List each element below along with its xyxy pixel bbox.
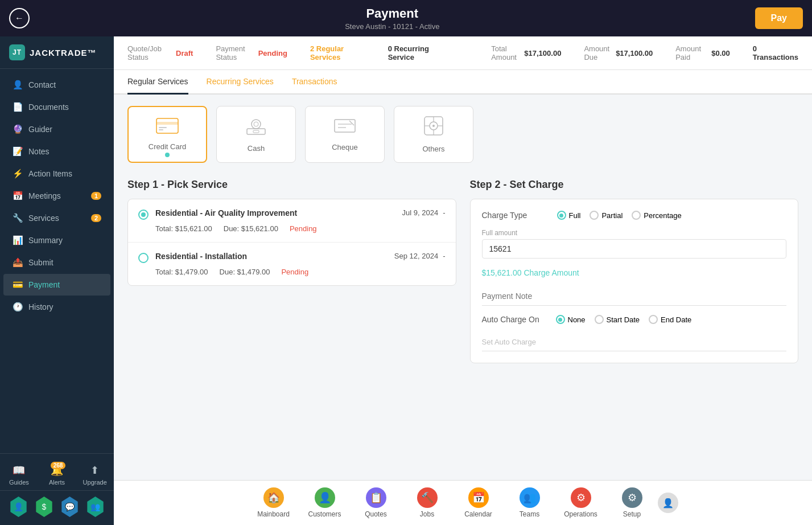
nav-calendar[interactable]: 📅 Calendar xyxy=(453,484,504,522)
svg-rect-2 xyxy=(159,127,167,128)
sidebar-item-guider[interactable]: 🔮 Guider xyxy=(3,118,110,140)
credit-card-icon xyxy=(156,118,179,138)
user-icon-4[interactable]: 👥 xyxy=(86,497,105,517)
bottom-nav: 🏠 Mainboard 👤 Customers 📋 Quotes 🔨 Jobs … xyxy=(114,480,812,525)
user-icon-3[interactable]: 💬 xyxy=(60,497,79,517)
service-due-1: Due: $15,621.00 xyxy=(224,224,278,233)
sidebar-item-summary[interactable]: 📊 Summary xyxy=(3,229,110,251)
payment-note-input[interactable] xyxy=(482,287,787,306)
sidebar-label-documents: Documents xyxy=(28,102,69,112)
header-center: Payment Steve Austin - 10121 - Active xyxy=(345,6,439,31)
customers-icon: 👤 xyxy=(315,487,335,508)
total-amount-value: $17,100.00 xyxy=(524,49,561,58)
service-item-2: Residential - Installation Sep 12, 2024 … xyxy=(128,243,456,285)
charge-amount-link[interactable]: $15,621.00 Charge Amount xyxy=(482,268,787,278)
sidebar-item-submit[interactable]: 📤 Submit xyxy=(3,252,110,273)
mainboard-icon: 🏠 xyxy=(263,487,284,508)
nav-operations[interactable]: ⚙ Operations xyxy=(555,484,607,522)
user-icons-row: 👤 $ 💬 👥 xyxy=(0,490,114,519)
sidebar-item-history[interactable]: 🕐 History xyxy=(3,296,110,318)
auto-charge-none-radio xyxy=(556,315,565,324)
nav-jobs[interactable]: 🔨 Jobs xyxy=(402,484,453,522)
others-icon xyxy=(423,116,444,140)
credit-card-label: Credit Card xyxy=(149,142,186,151)
submit-icon: 📤 xyxy=(13,257,23,268)
status-item-quote-job: Quote/Job Status Draft xyxy=(127,44,193,61)
charge-type-options: Full Partial Percentage xyxy=(557,211,682,220)
auto-charge-end-date[interactable]: End Date xyxy=(649,315,691,324)
svg-rect-0 xyxy=(156,118,178,133)
user-icon-1[interactable]: 👤 xyxy=(9,497,28,517)
sidebar-label-services: Services xyxy=(28,214,59,223)
sidebar-alerts[interactable]: 268 🔔 Alerts xyxy=(38,460,76,490)
charge-type-full-label: Full xyxy=(569,211,581,220)
payment-method-cash[interactable]: Cash xyxy=(216,106,296,163)
action-items-icon: ⚡ xyxy=(13,169,23,179)
svg-rect-1 xyxy=(156,122,178,125)
pay-button[interactable]: Pay xyxy=(755,7,803,29)
nav-teams[interactable]: 👥 Teams xyxy=(504,484,555,522)
auto-charge-none[interactable]: None xyxy=(556,315,586,324)
service-top-1: Residential - Air Quality Improvement Ju… xyxy=(138,208,446,220)
tab-recurring-services[interactable]: Recurring Services xyxy=(207,70,274,95)
operations-label: Operations xyxy=(564,510,597,518)
payment-method-cheque[interactable]: Cheque xyxy=(305,106,385,163)
service-due-2: Due: $1,479.00 xyxy=(220,268,270,276)
payment-method-credit-card[interactable]: Credit Card xyxy=(127,106,207,163)
charge-type-percentage[interactable]: Percentage xyxy=(632,211,682,220)
service-total-2: Total: $1,479.00 xyxy=(155,268,208,276)
sidebar-guides[interactable]: 📖 Guides xyxy=(0,460,38,490)
nav-mainboard[interactable]: 🏠 Mainboard xyxy=(248,484,299,522)
service-radio-2[interactable] xyxy=(138,253,149,263)
sidebar-item-services[interactable]: 🔧 Services 2 xyxy=(3,207,110,229)
user-icon-2[interactable]: $ xyxy=(35,497,53,517)
guides-label: Guides xyxy=(9,479,29,486)
sidebar: JT JACKTRADE™ 👤 Contact 📄 Documents 🔮 Gu… xyxy=(0,36,114,525)
sidebar-label-action-items: Action Items xyxy=(28,169,72,178)
sidebar-item-contact[interactable]: 👤 Contact xyxy=(3,74,110,96)
recurring-service-count: 0 Recurring Service xyxy=(388,44,446,61)
payment-method-others[interactable]: Others xyxy=(394,106,473,163)
user-avatar[interactable]: 👤 xyxy=(658,493,678,513)
sidebar-item-meetings[interactable]: 📅 Meetings 1 xyxy=(3,185,110,207)
calendar-label: Calendar xyxy=(464,510,492,518)
nav-quotes[interactable]: 📋 Quotes xyxy=(351,484,402,522)
page-title: Payment xyxy=(345,6,439,21)
sidebar-upgrade[interactable]: ⬆ Upgrade xyxy=(76,460,114,490)
service-total-1: Total: $15,621.00 xyxy=(155,224,212,233)
step1-title: Step 1 - Pick Service xyxy=(127,179,456,191)
service-top-2: Residential - Installation Sep 12, 2024 … xyxy=(138,252,446,263)
service-status-1: Pending xyxy=(290,224,317,233)
auto-charge-row: Auto Charge On None Start Date xyxy=(482,315,787,324)
top-header: ← Payment Steve Austin - 10121 - Active … xyxy=(0,0,812,36)
svg-rect-3 xyxy=(159,129,163,130)
amount-paid-label: Amount Paid xyxy=(675,44,707,61)
auto-charge-start-date[interactable]: Start Date xyxy=(595,315,640,324)
service-info-1: Residential - Air Quality Improvement Ju… xyxy=(155,208,446,218)
charge-type-partial[interactable]: Partial xyxy=(590,211,623,220)
sidebar-item-action-items[interactable]: ⚡ Action Items xyxy=(3,163,110,184)
cash-icon xyxy=(245,116,267,140)
svg-rect-6 xyxy=(247,129,265,134)
set-auto-charge[interactable]: Set Auto Charge xyxy=(482,333,787,351)
regular-services-count[interactable]: 2 Regular Services xyxy=(310,44,365,61)
sidebar-item-notes[interactable]: 📝 Notes xyxy=(3,141,110,162)
service-radio-1[interactable] xyxy=(138,210,149,220)
summary-icon: 📊 xyxy=(13,235,23,245)
sidebar-item-payment[interactable]: 💳 Payment xyxy=(3,274,110,296)
jobs-icon: 🔨 xyxy=(417,487,438,508)
credit-card-dot xyxy=(165,153,170,157)
charge-type-full[interactable]: Full xyxy=(557,211,581,220)
total-amount-label: Total Amount xyxy=(491,44,520,61)
tab-regular-services[interactable]: Regular Services xyxy=(127,70,188,95)
cheque-icon xyxy=(333,117,356,138)
status-bar: Quote/Job Status Draft Payment Status Pe… xyxy=(114,36,812,70)
nav-setup[interactable]: ⚙ Setup xyxy=(607,484,658,522)
tab-transactions[interactable]: Transactions xyxy=(292,70,337,95)
sidebar-item-documents[interactable]: 📄 Documents xyxy=(3,96,110,118)
status-item-recurring-service: 0 Recurring Service xyxy=(388,44,446,61)
back-button[interactable]: ← xyxy=(9,8,30,28)
cash-label: Cash xyxy=(248,144,265,153)
meetings-icon: 📅 xyxy=(13,191,23,201)
nav-customers[interactable]: 👤 Customers xyxy=(299,484,351,522)
